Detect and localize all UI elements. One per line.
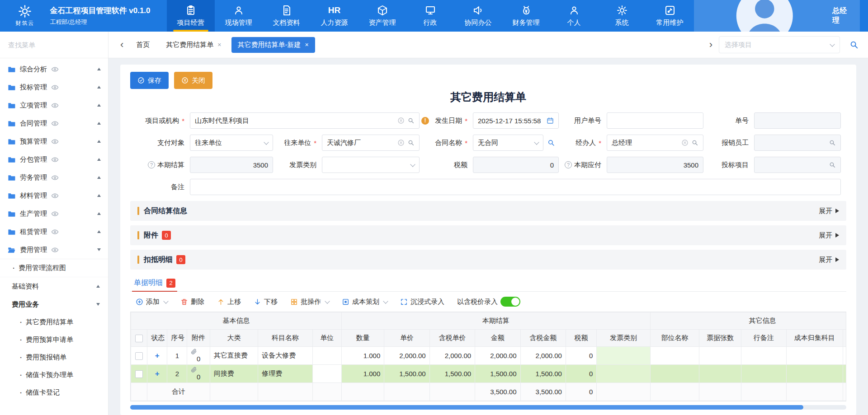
batch-operation-button[interactable]: 批操作	[290, 298, 329, 306]
contract-search-icon[interactable]	[547, 139, 555, 147]
eye-icon[interactable]	[51, 138, 59, 145]
cell-attachment[interactable]: 0	[187, 347, 210, 365]
tab-other-expense-settlement-new[interactable]: 其它费用结算单-新建 ×	[231, 37, 315, 53]
move-up-button[interactable]: 上移	[217, 298, 241, 306]
search-icon[interactable]	[829, 139, 836, 146]
clear-icon[interactable]	[681, 139, 689, 146]
delete-row-button[interactable]: 删除	[180, 298, 204, 306]
cell-cost-subject[interactable]	[787, 347, 843, 365]
sidebar-sub-expense-flowchart[interactable]: 费用管理流程图	[0, 259, 108, 277]
cell-invoice-type[interactable]	[597, 365, 651, 383]
sidebar-item-bidding[interactable]: 投标管理	[0, 78, 108, 96]
project-select[interactable]: 选择项目	[719, 36, 840, 53]
nav-item-project-ops[interactable]: 项目经营	[167, 0, 215, 32]
sidebar-item-project-initiation[interactable]: 立项管理	[0, 96, 108, 114]
cell-subject[interactable]: 设备大修费	[258, 347, 313, 365]
bid-project-field[interactable]	[754, 157, 841, 173]
add-row-button[interactable]: 添加	[136, 298, 168, 306]
app-subtitle[interactable]: 工程部/总经理	[50, 18, 162, 26]
calendar-icon[interactable]	[547, 117, 554, 124]
sidebar-item-budget[interactable]: 预算管理	[0, 132, 108, 150]
cell-amount-tax[interactable]: 1,500.00	[520, 365, 566, 383]
cell-ticket-count[interactable]	[699, 365, 741, 383]
sidebar-sub-stored-card-register[interactable]: 储值卡登记	[0, 384, 108, 401]
cell-price[interactable]: 2,000.00	[384, 347, 429, 365]
cell-tax[interactable]: 0	[566, 347, 596, 365]
cell-price-tax[interactable]: 2,000.00	[429, 347, 475, 365]
tab-close-icon[interactable]: ×	[217, 42, 221, 48]
section-deduction-detail[interactable]: 扣抵明细 0 展开	[130, 250, 846, 270]
table-row-selected[interactable]: + 2 0 间接费 修理费 1.000 1,500.00 1,500.00	[131, 365, 847, 383]
row-checkbox[interactable]	[135, 370, 143, 378]
cell-attachment[interactable]: 0	[187, 365, 210, 383]
nav-item-finance[interactable]: 财务管理	[502, 0, 550, 32]
sidebar-sub-stored-card-pre-apply[interactable]: 储值卡预办理单	[0, 366, 108, 384]
tab-home[interactable]: 首页	[130, 37, 156, 53]
help-icon[interactable]: ?	[565, 161, 572, 168]
horizontal-scrollbar[interactable]	[130, 405, 846, 410]
sidebar-item-leasing[interactable]: 租赁管理	[0, 223, 108, 241]
partner-field[interactable]: 天诚汽修厂	[322, 135, 420, 151]
nav-item-assets[interactable]: 资产管理	[359, 0, 406, 32]
clear-icon[interactable]	[397, 139, 405, 146]
expand-toggle[interactable]: 展开	[819, 231, 839, 240]
immersive-entry-button[interactable]: 沉浸式录入	[400, 298, 444, 306]
tax-price-entry-toggle[interactable]: 以含税价录入	[457, 297, 520, 307]
cell-price-tax[interactable]: 1,500.00	[429, 365, 475, 383]
cell-amount-tax[interactable]: 2,000.00	[520, 347, 566, 365]
section-contract-settlement[interactable]: 合同结算信息 展开	[130, 201, 846, 221]
move-down-button[interactable]: 下移	[254, 298, 278, 306]
menu-search-input[interactable]	[7, 41, 99, 49]
clear-icon[interactable]	[397, 117, 405, 124]
expand-toggle[interactable]: 展开	[819, 207, 839, 215]
org-field[interactable]: 山东时代垦利项目	[190, 112, 420, 129]
eye-icon[interactable]	[51, 192, 59, 200]
eye-icon[interactable]	[51, 228, 59, 236]
sidebar-item-labor[interactable]: 劳务管理	[0, 168, 108, 187]
cell-category[interactable]: 间接费	[210, 365, 258, 383]
eye-icon[interactable]	[51, 174, 59, 182]
nav-item-documents[interactable]: 文档资料	[263, 0, 311, 32]
sidebar-sub-expense-pre-reimbursement[interactable]: 费用预报销单	[0, 349, 108, 366]
cell-invoice-type[interactable]	[597, 347, 651, 365]
employee-field[interactable]	[754, 135, 841, 151]
save-button[interactable]: 保存	[130, 72, 169, 89]
nav-item-system[interactable]: 系统	[598, 0, 646, 32]
eye-icon[interactable]	[51, 156, 59, 163]
eye-icon[interactable]	[51, 246, 59, 254]
sidebar-item-production[interactable]: 生产管理	[0, 205, 108, 223]
cell-unit[interactable]	[312, 347, 341, 365]
cell-amount[interactable]: 2,000.00	[475, 347, 520, 365]
sidebar-sub-expense-budget-application[interactable]: 费用预算申请单	[0, 331, 108, 349]
contract-select[interactable]: 无合同	[473, 135, 543, 151]
cell-amount[interactable]: 1,500.00	[475, 365, 520, 383]
search-icon[interactable]	[407, 117, 415, 124]
cell-part-name[interactable]	[650, 347, 699, 365]
eye-icon[interactable]	[51, 210, 59, 218]
search-icon[interactable]	[407, 139, 415, 146]
tab-close-icon[interactable]: ×	[305, 42, 309, 48]
sidebar-item-contract[interactable]: 合同管理	[0, 114, 108, 132]
cell-tax[interactable]: 0	[566, 365, 596, 383]
project-search-icon[interactable]	[849, 40, 859, 50]
cell-plate-no[interactable]	[843, 365, 846, 383]
cell-subject[interactable]: 修理费	[258, 365, 313, 383]
tabs-scroll-left-icon[interactable]: ‹	[118, 40, 126, 50]
toggle-on-switch[interactable]	[500, 297, 520, 307]
tab-other-expense-settlement[interactable]: 其它费用结算单 ×	[160, 37, 227, 53]
nav-item-personal[interactable]: 个人	[550, 0, 598, 32]
sidebar-item-comprehensive-analysis[interactable]: 综合分析	[0, 60, 108, 78]
nav-item-site-mgmt[interactable]: 现场管理	[215, 0, 263, 32]
cell-qty[interactable]: 1.000	[341, 347, 384, 365]
nav-item-hr[interactable]: HR 人力资源	[311, 0, 359, 32]
close-button[interactable]: 关闭	[174, 72, 212, 89]
nav-item-collaboration[interactable]: 协同办公	[454, 0, 502, 32]
app-logo[interactable]: 财筑云	[0, 0, 50, 32]
sidebar-item-subcontract[interactable]: 分包管理	[0, 150, 108, 168]
date-field[interactable]: 2025-12-17 15:55:58	[473, 112, 559, 129]
tabs-scroll-right-icon[interactable]: ›	[707, 40, 715, 50]
remark-field[interactable]	[190, 179, 841, 195]
tab-detail-lines[interactable]: 单据明细 2	[132, 274, 177, 292]
cost-planning-button[interactable]: 成本策划	[342, 298, 387, 306]
cell-plate-no[interactable]	[843, 347, 846, 365]
